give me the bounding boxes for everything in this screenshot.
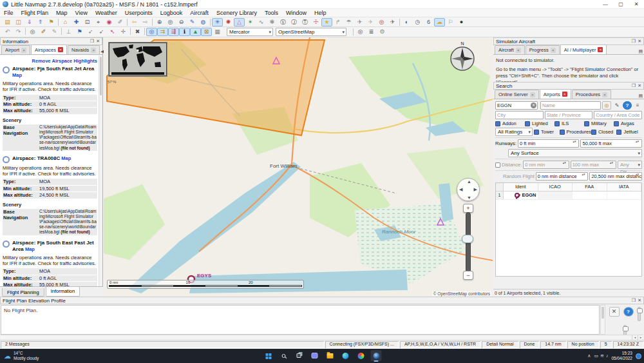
- checkbox-procedures[interactable]: Procedures: [560, 129, 591, 135]
- flightplan-export-icon[interactable]: ⇓: [24, 18, 35, 26]
- column-header-iata[interactable]: IATA: [607, 183, 642, 191]
- zoom-handle[interactable]: [462, 235, 473, 243]
- menu-item-view[interactable]: View: [71, 9, 91, 17]
- overview-world-map[interactable]: [109, 43, 167, 76]
- tray-icon-1[interactable]: ≋: [600, 353, 604, 358]
- tab-close-icon[interactable]: ×: [562, 92, 567, 97]
- airspace-map-link[interactable]: Map: [12, 72, 22, 78]
- open-flightplan-icon[interactable]: ▤: [2, 18, 13, 26]
- tab-airspaces[interactable]: Airspaces×: [31, 44, 67, 54]
- undo-icon[interactable]: ↶: [2, 28, 13, 36]
- surface-combo[interactable]: Any Surface: [508, 149, 642, 157]
- show-cities-clock-icon[interactable]: ◷: [412, 18, 423, 26]
- checkbox-checked-icon[interactable]: [614, 121, 619, 126]
- center-flightplan-icon[interactable]: ✚: [71, 18, 82, 26]
- checkbox-checked-icon[interactable]: [534, 130, 539, 135]
- distance-min-spinbox[interactable]: 0 nm min: [523, 161, 569, 169]
- tab-list-icon[interactable]: ▤: [638, 49, 643, 54]
- dock-legend-icon[interactable]: ▦: [212, 28, 223, 36]
- tray-icon-0[interactable]: ▭: [594, 353, 598, 358]
- tab-progress[interactable]: Progress×: [526, 45, 560, 54]
- tab-close-icon[interactable]: ×: [516, 48, 521, 53]
- dock-profile-icon[interactable]: ▲: [190, 28, 201, 36]
- tab-close-icon[interactable]: ×: [551, 48, 556, 53]
- menu-item-help[interactable]: Help: [310, 9, 330, 17]
- tray-show-hidden-icon[interactable]: ∧: [587, 353, 591, 358]
- close-panel-icon[interactable]: ✕: [638, 83, 641, 88]
- taskbar-clock[interactable]: 15:23 05/04/2022: [611, 351, 632, 361]
- taskbar-maps-globe[interactable]: [355, 350, 366, 361]
- checkbox-checked-icon[interactable]: [584, 121, 589, 126]
- taskbar-search[interactable]: [278, 350, 289, 361]
- fit-flightplan-icon[interactable]: ⊡: [82, 18, 93, 26]
- checkbox-avgas[interactable]: Avgas: [614, 121, 642, 126]
- close-panel-icon[interactable]: ✕: [638, 39, 641, 44]
- dock-route-edit-icon[interactable]: ⇶: [168, 28, 179, 36]
- measure-ruler-icon[interactable]: ✐: [115, 18, 126, 26]
- maximize-button[interactable]: ▢: [613, 0, 629, 9]
- menu-item-scenery-library[interactable]: Scenery Library: [213, 9, 261, 17]
- tab-close-icon[interactable]: ×: [602, 92, 607, 97]
- traffic-pattern-icon[interactable]: ⊥: [63, 28, 74, 36]
- checkbox-jetfuel[interactable]: Jetfuel: [616, 129, 642, 135]
- airspace-map-link[interactable]: Map: [25, 246, 35, 252]
- airspace-map-link[interactable]: Map: [61, 155, 71, 161]
- show-holdings-icon[interactable]: ↱: [332, 18, 343, 26]
- map-back-icon[interactable]: ⇦: [129, 18, 140, 26]
- scroll-right-icon[interactable]: ▸: [638, 335, 643, 340]
- state-input[interactable]: [545, 111, 593, 119]
- map-forward-icon[interactable]: ⇨: [140, 18, 151, 26]
- tab-aircraft[interactable]: Aircraft×: [495, 45, 525, 54]
- show-waypoints-icon[interactable]: △: [234, 18, 245, 26]
- name-input[interactable]: [540, 101, 601, 110]
- pan-up-icon[interactable]: ▲: [467, 179, 471, 184]
- zoom-out-icon[interactable]: ⊖: [176, 18, 187, 26]
- close-button[interactable]: ✕: [629, 0, 644, 9]
- options-gear-icon[interactable]: ⚙: [377, 28, 388, 36]
- ratings-combo[interactable]: All Ratings: [495, 128, 533, 136]
- show-windsock-icon[interactable]: ⚐: [445, 18, 456, 26]
- erase-search-icon[interactable]: ✎: [612, 101, 621, 110]
- show-ndb-icon[interactable]: ✶: [245, 18, 256, 26]
- menu-item-logbook[interactable]: Logbook: [156, 9, 187, 17]
- taskbar-task-view[interactable]: [294, 350, 305, 361]
- column-header-faa[interactable]: FAA: [573, 183, 607, 191]
- country-input[interactable]: [594, 111, 642, 119]
- taskbar-edge[interactable]: [340, 350, 351, 361]
- add-airport-icon[interactable]: ✛: [118, 28, 129, 36]
- menu-item-userpoints[interactable]: Userpoints: [121, 9, 156, 17]
- save-flightplan-icon[interactable]: ◫: [13, 18, 24, 26]
- edit-pen-icon[interactable]: ✎: [187, 18, 198, 26]
- checkbox-closed[interactable]: Closed: [591, 129, 617, 135]
- tab-flight-planning[interactable]: Flight Planning: [2, 288, 44, 297]
- taskbar-file-explorer[interactable]: [325, 350, 336, 361]
- tab-close-icon[interactable]: ×: [91, 48, 96, 53]
- tray-icon-2[interactable]: ♪: [606, 353, 609, 358]
- projection-combo[interactable]: Mercator: [227, 28, 273, 36]
- profile-vertical-scrollbar[interactable]: [600, 305, 605, 335]
- clear-highlights-icon[interactable]: ✖: [132, 28, 143, 36]
- menu-item-flight-plan[interactable]: Flight Plan: [17, 9, 53, 17]
- tab-airport[interactable]: Airport×: [1, 45, 30, 54]
- dock-information-icon[interactable]: ℹ: [179, 28, 190, 36]
- tab-online-server[interactable]: Online Server×: [495, 90, 539, 99]
- column-header-ident[interactable]: Ident: [504, 183, 538, 191]
- clear-ident-icon[interactable]: ✕: [531, 103, 536, 108]
- direction-combo[interactable]: Any Dir.: [618, 161, 642, 169]
- distance-checkbox[interactable]: [495, 162, 500, 168]
- menu-item-window[interactable]: Window: [282, 9, 310, 17]
- pan-right-icon[interactable]: ▶: [474, 187, 477, 192]
- add-userpoint-icon[interactable]: ⚑: [74, 28, 85, 36]
- tab-list-icon[interactable]: ▤: [638, 93, 643, 99]
- checkbox-addon[interactable]: Addon: [495, 121, 524, 126]
- zoom-default-icon[interactable]: ◎: [165, 18, 176, 26]
- scroll-left-icon[interactable]: ◂: [632, 335, 638, 340]
- tab-airports[interactable]: Airports×: [540, 89, 571, 99]
- random-max-spinbox[interactable]: 20,500 nm max distance: [589, 172, 642, 181]
- elevation-profile-canvas[interactable]: No Flight Plan.: [1, 305, 600, 335]
- tab-close-icon[interactable]: ×: [58, 47, 63, 52]
- dock-route-icon[interactable]: ⇉: [157, 28, 168, 36]
- tab-ai-multiplayer[interactable]: AI / Multiplayer×: [560, 44, 607, 54]
- map-canvas[interactable]: Fort William Rannoch Moor EGYS 57°N: [104, 37, 493, 297]
- search-options-icon[interactable]: ◎: [355, 28, 366, 36]
